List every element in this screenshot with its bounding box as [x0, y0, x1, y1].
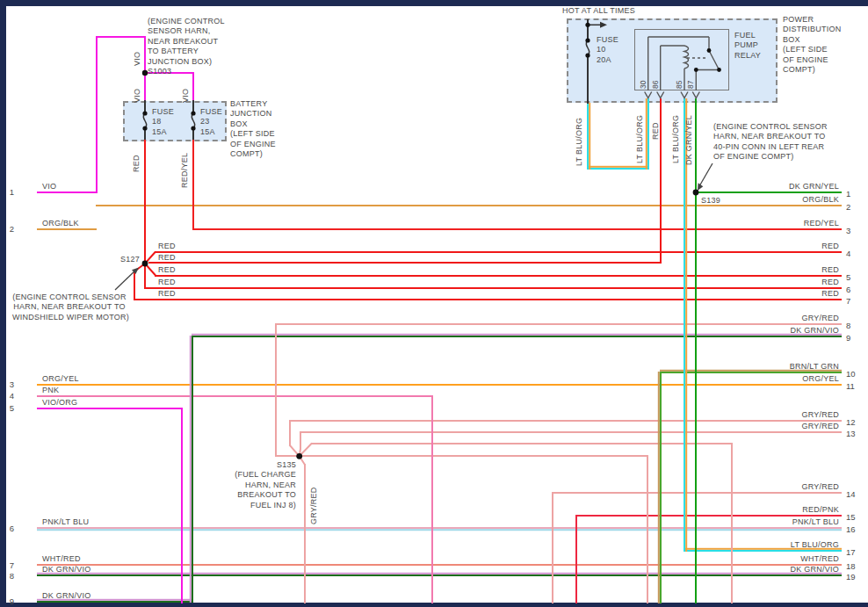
note-line: HARN, NEAR BREAKOUT TO — [12, 302, 127, 312]
wire-redpnk-pin15 — [575, 515, 842, 517]
wire-gryred-to-x833 — [311, 443, 733, 444]
right-pin-number: 7 — [846, 296, 850, 306]
label-line: PUMP — [734, 40, 761, 50]
label-line: (LEFT SIDE — [783, 45, 842, 54]
wire-orgyel-pin11 — [37, 384, 842, 386]
wire-gryred-into-s135 — [275, 323, 277, 457]
left-pin-label: DK GRN/VIO — [42, 591, 91, 600]
s127-red-label: RED — [158, 265, 176, 275]
right-pin-label: RED — [707, 242, 839, 250]
wire-gryred-pin8 — [275, 323, 842, 325]
wire-gryred-corner-s135 — [275, 455, 301, 457]
vlabel-vio: VIO — [181, 80, 191, 103]
s139-note: (ENGINE CONTROL SENSOR HARN, NEAR BREAKO… — [713, 122, 828, 163]
wire-vio-top — [96, 36, 146, 38]
left-pin-number: 2 — [0, 224, 14, 234]
fuse-number: 10 — [597, 45, 618, 54]
wire-gryred-stub13 — [300, 431, 301, 450]
s127-red-label: RED — [158, 242, 176, 251]
left-pin-label: PNK/LT BLU — [42, 517, 89, 526]
label-line: COMPT) — [230, 149, 276, 159]
right-pin-number: 14 — [846, 489, 856, 499]
battery-box-label: BATTERY JUNCTION BOX (LEFT SIDE OF ENGIN… — [230, 99, 276, 159]
fuse-name: FUSE — [200, 107, 222, 117]
wire-vio-to-fuse18 — [144, 36, 146, 103]
wire-vioorg-down — [181, 408, 183, 604]
wire-gryred-stub12 — [289, 420, 291, 446]
left-pin-label: VIO/ORG — [42, 398, 77, 407]
note-line: SENSOR HARN, — [148, 26, 225, 36]
s127-id: S127 — [105, 255, 140, 264]
note-line: 40-PIN CONN IN LEFT REAR — [713, 142, 828, 152]
frame-left — [0, 0, 6, 607]
fuse-amps: 15A — [200, 127, 222, 137]
label-line: DISTRIBUTION — [783, 25, 842, 34]
note-line: NEAR BREAKOUT — [148, 37, 225, 47]
right-pin-label: GRY/RED — [707, 410, 839, 419]
right-pin-number: 13 — [846, 429, 856, 438]
note-line: JUNCTION BOX) — [148, 57, 225, 67]
right-pin-number: 9 — [846, 333, 850, 343]
fuse18-label: FUSE 18 15A — [152, 107, 174, 137]
stub-fuse10-top — [587, 19, 589, 41]
label-line: RELAY — [734, 51, 761, 61]
wire-ltbluorg-pin17 — [684, 550, 842, 552]
vlabel-red: RED — [132, 144, 141, 172]
left-pin-label: DK GRN/VIO — [42, 565, 91, 574]
note-line: (ENGINE CONTROL SENSOR — [12, 293, 127, 302]
right-pin-label: RED/PNK — [707, 505, 839, 514]
vlabel-ltbluorg: LT BLU/ORG — [671, 109, 681, 163]
label-line: BATTERY — [230, 99, 276, 109]
left-pin-label: ORG/YEL — [42, 374, 79, 383]
right-pin-label: PNK/LT BLU — [707, 517, 839, 526]
vlabel-ltbluorg: LT BLU/ORG — [635, 109, 645, 163]
wire-red-s127-down2 — [134, 271, 135, 300]
wire-dkgrnvio-pin19 — [37, 574, 842, 576]
right-pin-number: 11 — [846, 381, 855, 391]
right-pin-number: 16 — [846, 524, 856, 534]
vlabel-red: RED — [651, 112, 661, 140]
wire-pnk-left-pin4 — [37, 395, 433, 397]
right-pin-number: 8 — [846, 321, 850, 330]
right-pin-label: LT BLU/ORG — [707, 540, 839, 549]
wire-vio-left-pin1 — [37, 191, 98, 193]
vlabel-vio: VIO — [133, 41, 142, 66]
right-pin-label: RED — [707, 265, 839, 274]
wire-dkgrnvio-pin9 — [192, 336, 842, 337]
right-pin-label: GRY/RED — [707, 314, 839, 322]
wire-brnltgrn-riser — [660, 372, 662, 603]
left-pin-label: WHT/RED — [42, 554, 81, 563]
vlabel-vio: VIO — [133, 80, 142, 103]
left-pin-number: 6 — [0, 524, 14, 533]
vlabel-dkgrnyel: DK GRN/YEL — [684, 109, 694, 165]
s139-pointer-arrowhead — [698, 183, 703, 191]
wire-gryred-dot-level — [301, 455, 647, 457]
right-pin-number: 1 — [846, 189, 850, 199]
right-pin-label: DK GRN/VIO — [707, 565, 839, 574]
wire-gryred-pin14 — [552, 492, 842, 494]
wire-red-fuse18-to-s127 — [144, 140, 146, 264]
right-pin-label: RED — [707, 278, 839, 286]
left-pin-label: VIO — [42, 182, 56, 191]
right-pin-number: 6 — [846, 285, 850, 294]
label-line: OF ENGINE — [230, 140, 276, 149]
note-line: (ENGINE CONTROL SENSOR — [713, 122, 828, 132]
relay-pin-85: 85 — [675, 75, 684, 89]
left-pin-label: ORG/BLK — [42, 219, 79, 228]
right-pin-label: RED — [707, 289, 839, 298]
wire-pnk-down — [431, 395, 433, 604]
note-line: TO BATTERY — [148, 47, 225, 56]
vlabel-redyel: RED/YEL — [180, 144, 190, 188]
note-line: (ENGINE CONTROL — [148, 17, 225, 26]
wiring-diagram: (ENGINE CONTROL SENSOR HARN, NEAR BREAKO… — [0, 0, 868, 607]
label-line: BOX — [783, 35, 842, 45]
left-pin-number: 4 — [0, 391, 14, 401]
right-pin-label: GRY/RED — [707, 422, 839, 430]
stub-fuse18-top — [144, 100, 146, 114]
relay-pin-30: 30 — [639, 75, 647, 89]
left-pin-label: PNK — [42, 386, 59, 394]
fuse-amps: 20A — [597, 55, 618, 65]
vlabel-gryred: GRY/RED — [309, 481, 319, 524]
frame-top — [0, 0, 868, 6]
right-pin-label: RED/YEL — [707, 219, 839, 228]
